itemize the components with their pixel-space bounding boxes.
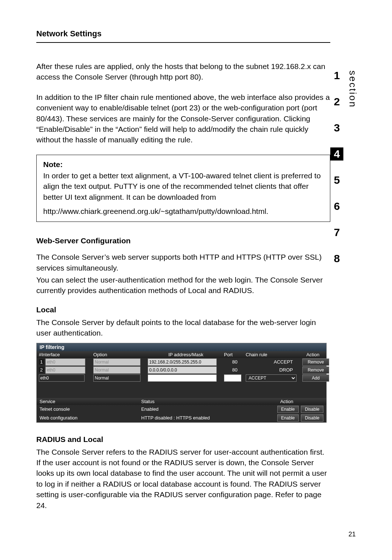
section-link-2[interactable]: 2	[330, 95, 343, 108]
chain-value: DROP	[246, 367, 297, 373]
title-rule	[36, 42, 330, 43]
body-paragraph: In addition to the IP filter chain rule …	[36, 92, 330, 145]
col-chain: Chain rule	[246, 352, 297, 357]
enable-button[interactable]: Enable	[277, 406, 299, 413]
remove-button[interactable]: Remove	[302, 366, 329, 374]
note-title: Note:	[43, 160, 323, 169]
service-row: Web configuration HTTP disabled : HTTPS …	[37, 414, 326, 422]
port-input[interactable]	[224, 374, 241, 382]
enable-button[interactable]: Enable	[277, 414, 299, 422]
service-row: Telnet console Enabled Enable Disable	[37, 405, 326, 414]
section-link-7[interactable]: 7	[330, 226, 343, 239]
row-number: 2	[39, 367, 44, 373]
section-nav: 1 2 3 4 5 6 7 8 section	[330, 69, 356, 265]
col-status: Status	[141, 399, 250, 404]
iface-input[interactable]	[39, 374, 85, 382]
iface-field	[45, 358, 85, 366]
body-paragraph: The Console Server refers to the RADIUS …	[36, 447, 330, 511]
section-link-6[interactable]: 6	[330, 200, 343, 213]
section-link-3[interactable]: 3	[330, 121, 343, 134]
note-url: http://www.chiark.greenend.org.uk/~sgtat…	[43, 206, 323, 216]
page-title: Network Settings	[36, 29, 330, 38]
disable-button[interactable]: Disable	[301, 414, 323, 422]
body-paragraph: You can select the user-authentication m…	[36, 275, 330, 296]
col-service: Service	[40, 399, 141, 404]
heading-webserver: Web-Server Configuration	[36, 236, 330, 245]
option-field	[93, 358, 140, 366]
body-paragraph: The Console Server’s web server supports…	[36, 252, 330, 273]
filter-row: 1 80 ACCEPT Remove	[37, 358, 326, 366]
col-action: Action	[297, 352, 329, 357]
disable-button[interactable]: Disable	[301, 406, 323, 413]
remove-button[interactable]: Remove	[302, 358, 329, 366]
section-link-8[interactable]: 8	[330, 252, 343, 265]
ip-field	[148, 366, 217, 374]
iface-field	[45, 366, 85, 374]
body-paragraph: After these rules are applied, only the …	[36, 61, 330, 82]
add-button[interactable]: Add	[302, 374, 329, 382]
section-link-4[interactable]: 4	[330, 147, 343, 161]
chain-value: ACCEPT	[246, 359, 297, 365]
body-paragraph: The Console Server by default points to …	[36, 317, 330, 338]
heading-local: Local	[36, 305, 330, 314]
panel-title: IP filtering	[37, 343, 326, 351]
col-option: Option	[93, 352, 148, 357]
ip-input[interactable]	[148, 374, 217, 382]
ip-field	[148, 358, 217, 366]
section-link-1[interactable]: 1	[330, 69, 343, 82]
heading-radius: RADIUS and Local	[36, 435, 330, 444]
col-interface: #Interface	[39, 352, 93, 357]
section-label: section	[347, 70, 358, 108]
filter-row: 2 80 DROP Remove	[37, 366, 326, 374]
option-input[interactable]	[93, 374, 140, 382]
note-box: Note: In order to get a better text alig…	[36, 155, 330, 222]
chain-select[interactable]: ACCEPT	[246, 374, 297, 382]
service-name: Web configuration	[40, 415, 141, 421]
note-body: In order to get a better text alignment,…	[43, 170, 323, 202]
service-status: Enabled	[141, 406, 250, 412]
row-number: 1	[39, 359, 44, 365]
ip-filter-panel: IP filtering #Interface Option IP addres…	[36, 343, 327, 423]
port-value: 80	[224, 367, 246, 373]
col-port: Port	[224, 352, 246, 357]
service-status: HTTP disabled : HTTPS enabled	[141, 415, 250, 421]
page-number: 21	[348, 531, 356, 538]
service-name: Telnet console	[40, 406, 141, 412]
col-ipmask: IP address/Mask	[148, 352, 224, 357]
filter-row-new: ACCEPT Add	[37, 374, 326, 382]
col-svc-action: Action	[250, 399, 323, 404]
port-value: 80	[224, 359, 246, 365]
option-field	[93, 366, 140, 374]
section-link-5[interactable]: 5	[330, 174, 343, 187]
